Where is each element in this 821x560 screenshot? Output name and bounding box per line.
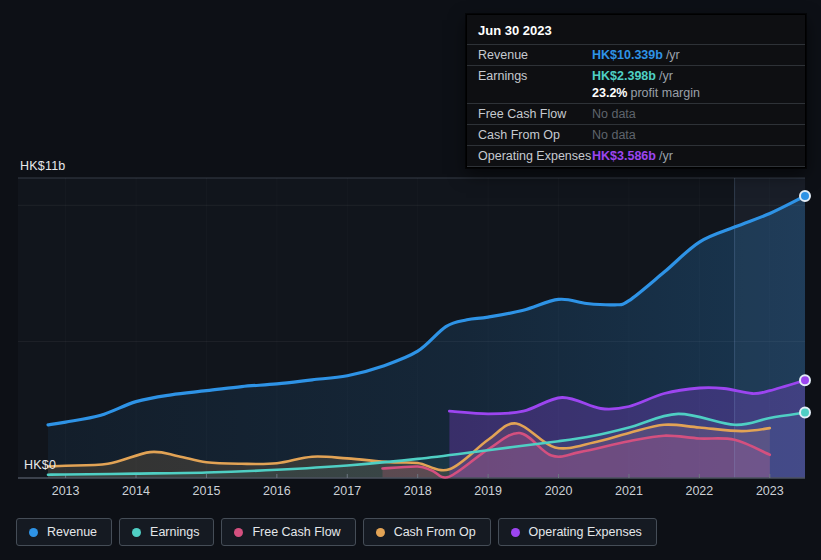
tooltip-row-value: No data (592, 128, 636, 142)
tooltip-row: EarningsHK$2.398b/yr (467, 65, 805, 86)
x-axis-year-label: 2019 (466, 484, 510, 498)
chart-legend: RevenueEarningsFree Cash FlowCash From O… (16, 518, 657, 546)
tooltip-row: RevenueHK$10.339b/yr (467, 44, 805, 65)
tooltip-row: Free Cash FlowNo data (467, 103, 805, 124)
legend-color-dot-icon (29, 528, 38, 537)
x-axis-year-label: 2020 (537, 484, 581, 498)
legend-item-label: Cash From Op (394, 525, 476, 539)
x-axis-year-label: 2017 (325, 484, 369, 498)
earnings-hover-marker (800, 408, 810, 418)
x-axis-year-label: 2018 (396, 484, 440, 498)
legend-item-free-cash-flow[interactable]: Free Cash Flow (221, 518, 355, 546)
x-axis-year-label: 2016 (255, 484, 299, 498)
legend-color-dot-icon (234, 528, 243, 537)
x-axis-year-label: 2014 (114, 484, 158, 498)
tooltip-row: Operating ExpensesHK$3.586b/yr (467, 145, 805, 166)
tooltip-row-value: HK$2.398b (592, 69, 656, 83)
legend-item-label: Free Cash Flow (252, 525, 340, 539)
legend-item-revenue[interactable]: Revenue (16, 518, 112, 546)
legend-item-label: Earnings (150, 525, 199, 539)
x-axis-year-label: 2023 (748, 484, 792, 498)
tooltip-row-value: HK$3.586b (592, 149, 656, 163)
legend-item-label: Revenue (47, 525, 97, 539)
tooltip-bottom-rule (467, 166, 805, 167)
x-axis-year-label: 2013 (44, 484, 88, 498)
profit-margin-value: 23.2% (592, 86, 627, 100)
legend-color-dot-icon (376, 528, 385, 537)
y-axis-zero-label: HK$0 (24, 458, 56, 472)
revenue-hover-marker (800, 191, 810, 201)
tooltip-row-label: Operating Expenses (478, 149, 592, 163)
tooltip-date: Jun 30 2023 (467, 15, 805, 44)
legend-color-dot-icon (511, 528, 520, 537)
tooltip-row: Cash From OpNo data (467, 124, 805, 145)
tooltip-row-value: No data (592, 107, 636, 121)
tooltip-row-unit: /yr (666, 48, 680, 62)
tooltip-row-label: Earnings (478, 69, 592, 83)
legend-item-earnings[interactable]: Earnings (119, 518, 214, 546)
legend-item-label: Operating Expenses (529, 525, 642, 539)
legend-item-cash-from-op[interactable]: Cash From Op (363, 518, 491, 546)
tooltip-row-unit: /yr (659, 69, 673, 83)
x-axis-year-label: 2015 (184, 484, 228, 498)
x-axis-year-label: 2021 (607, 484, 651, 498)
tooltip-row-label: Revenue (478, 48, 592, 62)
tooltip-row-unit: /yr (659, 149, 673, 163)
tooltip-row-label: Cash From Op (478, 128, 592, 142)
operating-expenses-hover-marker (800, 375, 810, 385)
x-axis-year-label: 2022 (677, 484, 721, 498)
profit-margin-caption: profit margin (630, 86, 699, 100)
chart-panel: HK$11b HK$0 2013201420152016201720182019… (0, 0, 821, 560)
legend-color-dot-icon (132, 528, 141, 537)
tooltip-profit-margin-row: 23.2%profit margin (467, 86, 805, 103)
legend-item-operating-expenses[interactable]: Operating Expenses (498, 518, 657, 546)
tooltip-row-value: HK$10.339b (592, 48, 663, 62)
tooltip-row-label: Free Cash Flow (478, 107, 592, 121)
y-axis-top-label: HK$11b (20, 159, 65, 173)
hover-tooltip: Jun 30 2023 RevenueHK$10.339b/yrEarnings… (466, 14, 806, 168)
